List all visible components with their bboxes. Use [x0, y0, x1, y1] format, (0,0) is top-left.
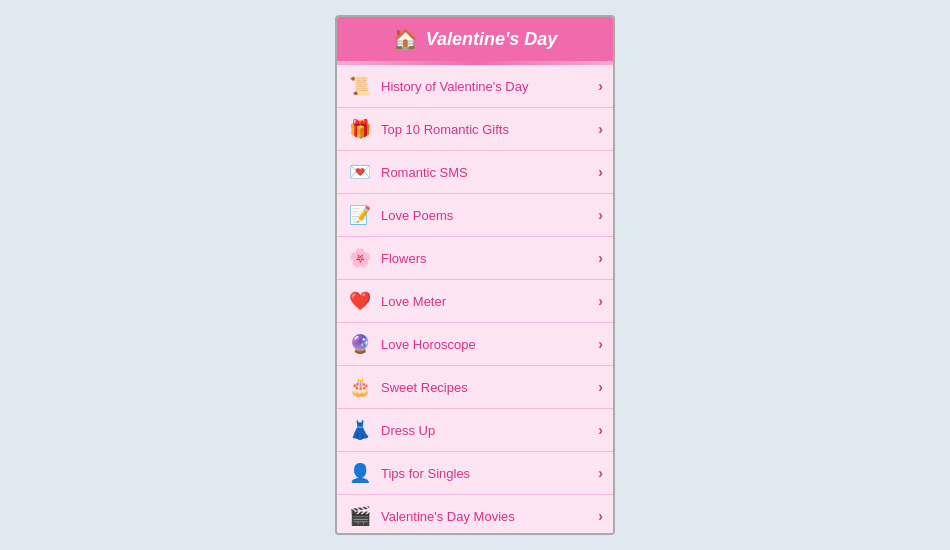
- chevron-right-icon: ›: [598, 207, 603, 223]
- menu-item[interactable]: 👗Dress Up›: [337, 409, 613, 452]
- menu-item-label: Love Horoscope: [381, 337, 590, 352]
- chevron-right-icon: ›: [598, 336, 603, 352]
- menu-item[interactable]: 🌸Flowers›: [337, 237, 613, 280]
- menu-list: 📜History of Valentine's Day›🎁Top 10 Roma…: [337, 65, 613, 533]
- menu-item-label: Top 10 Romantic Gifts: [381, 122, 590, 137]
- chevron-right-icon: ›: [598, 78, 603, 94]
- chevron-right-icon: ›: [598, 422, 603, 438]
- phone-frame: 🏠 Valentine's Day 📜History of Valentine'…: [335, 15, 615, 535]
- menu-item-label: Dress Up: [381, 423, 590, 438]
- menu-item-label: Love Meter: [381, 294, 590, 309]
- menu-item-label: Sweet Recipes: [381, 380, 590, 395]
- menu-item-label: Romantic SMS: [381, 165, 590, 180]
- header-icon: 🏠: [393, 27, 418, 51]
- chevron-right-icon: ›: [598, 508, 603, 524]
- menu-item-icon: 💌: [347, 159, 373, 185]
- menu-item[interactable]: 🎬Valentine's Day Movies›: [337, 495, 613, 533]
- app-header: 🏠 Valentine's Day: [337, 17, 613, 61]
- menu-item[interactable]: 👤Tips for Singles›: [337, 452, 613, 495]
- menu-item-icon: 🌸: [347, 245, 373, 271]
- chevron-right-icon: ›: [598, 164, 603, 180]
- chevron-right-icon: ›: [598, 293, 603, 309]
- menu-item-icon: 👤: [347, 460, 373, 486]
- menu-item-icon: 🎬: [347, 503, 373, 529]
- menu-item-icon: ❤️: [347, 288, 373, 314]
- menu-item[interactable]: ❤️Love Meter›: [337, 280, 613, 323]
- chevron-right-icon: ›: [598, 465, 603, 481]
- menu-item[interactable]: 🎂Sweet Recipes›: [337, 366, 613, 409]
- menu-item[interactable]: 📝Love Poems›: [337, 194, 613, 237]
- chevron-right-icon: ›: [598, 250, 603, 266]
- menu-item-icon: 👗: [347, 417, 373, 443]
- menu-item[interactable]: 🔮Love Horoscope›: [337, 323, 613, 366]
- chevron-right-icon: ›: [598, 379, 603, 395]
- menu-item-label: Valentine's Day Movies: [381, 509, 590, 524]
- menu-item[interactable]: 💌Romantic SMS›: [337, 151, 613, 194]
- menu-item-label: Tips for Singles: [381, 466, 590, 481]
- menu-item-icon: 📝: [347, 202, 373, 228]
- menu-item-icon: 🎁: [347, 116, 373, 142]
- menu-item-label: Flowers: [381, 251, 590, 266]
- menu-item-icon: 📜: [347, 73, 373, 99]
- chevron-right-icon: ›: [598, 121, 603, 137]
- menu-item-icon: 🔮: [347, 331, 373, 357]
- menu-item-icon: 🎂: [347, 374, 373, 400]
- menu-item[interactable]: 🎁Top 10 Romantic Gifts›: [337, 108, 613, 151]
- menu-item[interactable]: 📜History of Valentine's Day›: [337, 65, 613, 108]
- header-title: Valentine's Day: [426, 29, 558, 50]
- menu-item-label: Love Poems: [381, 208, 590, 223]
- menu-item-label: History of Valentine's Day: [381, 79, 590, 94]
